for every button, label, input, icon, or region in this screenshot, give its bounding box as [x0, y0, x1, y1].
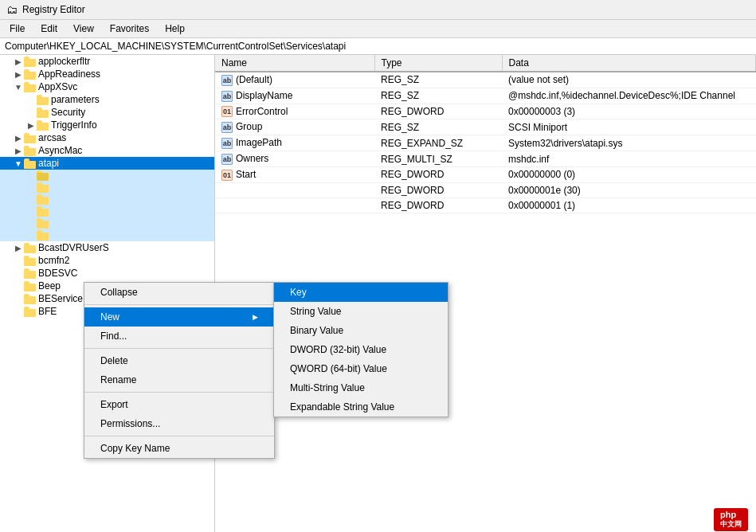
watermark-subtext: 中文网	[720, 519, 742, 530]
tree-item-triggerinfo[interactable]: TriggerInfo	[0, 119, 214, 131]
registry-name-cell: 01Start	[215, 166, 374, 182]
folder-icon-bcmfn2	[24, 256, 37, 266]
context-submenu: Key String Value Binary Value DWORD (32-…	[273, 282, 449, 417]
tree-item-atapi-sub5[interactable]	[0, 217, 214, 229]
submenu-key[interactable]: Key	[274, 283, 448, 302]
col-data[interactable]: Data	[502, 55, 756, 72]
watermark: php 中文网	[714, 508, 748, 531]
table-row[interactable]: 01ErrorControlREG_DWORD0x00000003 (3)	[215, 104, 756, 119]
ctx-separator-2	[84, 348, 274, 349]
submenu-binary-value[interactable]: Binary Value	[274, 321, 448, 340]
ctx-permissions[interactable]: Permissions...	[84, 414, 274, 433]
folder-icon-beep	[24, 281, 37, 291]
tree-label-triggerinfo: TriggerInfo	[51, 119, 97, 131]
reg-ab-icon: ab	[221, 122, 233, 133]
reg-ab-icon: ab	[221, 91, 233, 102]
ctx-find-label: Find...	[100, 331, 127, 342]
registry-table: Name Type Data ab(Default)REG_SZ(value n…	[215, 55, 756, 213]
menu-help[interactable]: Help	[159, 22, 191, 36]
tree-item-atapi-sub4[interactable]	[0, 205, 214, 217]
ctx-separator-3	[84, 392, 274, 393]
tree-arrow-applockerfltr	[13, 57, 24, 66]
col-type[interactable]: Type	[374, 55, 502, 72]
menu-edit[interactable]: Edit	[34, 22, 64, 36]
ctx-find[interactable]: Find...	[84, 327, 274, 346]
folder-icon-parameters	[37, 95, 49, 105]
submenu-multi-string-value[interactable]: Multi-String Value	[274, 378, 448, 397]
tree-item-atapi-sub6[interactable]	[0, 229, 214, 241]
title-bar: 🗂 Registry Editor	[0, 0, 756, 20]
col-name[interactable]: Name	[215, 55, 374, 72]
tree-arrow-asyncmac	[13, 147, 24, 155]
tree-label-atapi: atapi	[38, 158, 59, 169]
tree-item-applockerfltr[interactable]: applockerfltr	[0, 55, 214, 68]
tree-item-appxsvc[interactable]: AppXSvc	[0, 80, 214, 93]
tree-arrow-appxsvc	[13, 83, 24, 92]
tree-item-asyncmac[interactable]: AsyncMac	[0, 144, 214, 157]
reg-ab-icon: ab	[221, 154, 233, 165]
tree-item-atapi-sub2[interactable]	[0, 182, 214, 194]
table-row[interactable]: abOwnersREG_MULTI_SZmshdc.inf	[215, 151, 756, 167]
tree-label-bfe: BFE	[38, 306, 57, 317]
tree-item-security[interactable]: Security	[0, 106, 214, 119]
ctx-rename-label: Rename	[100, 374, 136, 385]
folder-icon-appreadiness	[24, 69, 37, 80]
table-row[interactable]: abImagePathREG_EXPAND_SZSystem32\drivers…	[215, 135, 756, 151]
menu-favorites[interactable]: Favorites	[104, 22, 155, 36]
ctx-collapse[interactable]: Collapse	[84, 283, 274, 302]
main-content: applockerfltr AppReadiness AppXSvc param…	[0, 55, 756, 532]
submenu-binary-value-label: Binary Value	[290, 325, 343, 336]
tree-item-bdesvc[interactable]: BDESVC	[0, 267, 214, 280]
tree-arrow-arcsas	[13, 134, 24, 143]
menu-file[interactable]: File	[3, 22, 31, 36]
submenu-expandable-string-value[interactable]: Expandable String Value	[274, 397, 448, 417]
ctx-collapse-label: Collapse	[100, 287, 138, 298]
tree-item-atapi-sub1[interactable]	[0, 170, 214, 182]
ctx-new[interactable]: New	[84, 307, 274, 327]
ctx-export[interactable]: Export	[84, 395, 274, 414]
folder-icon-beservice	[24, 294, 37, 304]
registry-name: DisplayName	[236, 90, 292, 101]
table-row[interactable]: REG_DWORD0x0000001e (30)	[215, 182, 756, 198]
tree-item-parameters[interactable]: parameters	[0, 93, 214, 106]
ctx-copy-key-name[interactable]: Copy Key Name	[84, 439, 274, 458]
tree-item-appreadiness[interactable]: AppReadiness	[0, 68, 214, 80]
tree-arrow-bcastdvrusers	[13, 244, 24, 252]
folder-icon-arcsas	[24, 133, 37, 143]
registry-data-cell: 0x0000001e (30)	[502, 182, 756, 198]
table-row[interactable]: abGroupREG_SZSCSI Miniport	[215, 119, 756, 135]
menu-view[interactable]: View	[67, 22, 100, 36]
registry-type-cell: REG_EXPAND_SZ	[374, 135, 502, 151]
submenu-dword-value[interactable]: DWORD (32-bit) Value	[274, 340, 448, 359]
folder-icon-sub5	[37, 218, 49, 229]
table-row[interactable]: 01StartREG_DWORD0x00000000 (0)	[215, 166, 756, 182]
submenu-expandable-string-value-label: Expandable String Value	[290, 401, 394, 413]
table-row[interactable]: ab(Default)REG_SZ(value not set)	[215, 72, 756, 88]
registry-name: Owners	[236, 153, 268, 164]
ctx-separator-4	[84, 436, 274, 436]
registry-name-cell	[215, 182, 374, 198]
reg-ab-icon: ab	[221, 75, 233, 86]
tree-label-asyncmac: AsyncMac	[38, 145, 82, 156]
tree-item-bcastdvrusers[interactable]: BcastDVRUserS	[0, 241, 214, 254]
table-row[interactable]: REG_DWORD0x00000001 (1)	[215, 198, 756, 213]
ctx-copy-key-name-label: Copy Key Name	[100, 443, 170, 454]
tree-label-beservice: BEService	[38, 293, 83, 304]
tree-label-appreadiness: AppReadiness	[38, 68, 100, 80]
tree-item-bcmfn2[interactable]: bcmfn2	[0, 254, 214, 267]
tree-arrow-appreadiness	[13, 70, 24, 79]
folder-icon-atapi	[24, 158, 37, 169]
submenu-string-value[interactable]: String Value	[274, 302, 448, 321]
tree-item-arcsas[interactable]: arcsas	[0, 131, 214, 144]
folder-icon-applockerfltr	[24, 57, 37, 67]
ctx-delete[interactable]: Delete	[84, 351, 274, 370]
submenu-dword-value-label: DWORD (32-bit) Value	[290, 344, 386, 355]
registry-name-cell: abOwners	[215, 151, 374, 167]
tree-item-atapi-sub3[interactable]	[0, 194, 214, 205]
ctx-separator-1	[84, 304, 274, 305]
ctx-rename[interactable]: Rename	[84, 370, 274, 389]
registry-name: Group	[236, 121, 262, 132]
table-row[interactable]: abDisplayNameREG_SZ@mshdc.inf,%idechanne…	[215, 88, 756, 104]
submenu-qword-value[interactable]: QWORD (64-bit) Value	[274, 359, 448, 378]
tree-item-atapi[interactable]: atapi	[0, 157, 214, 170]
